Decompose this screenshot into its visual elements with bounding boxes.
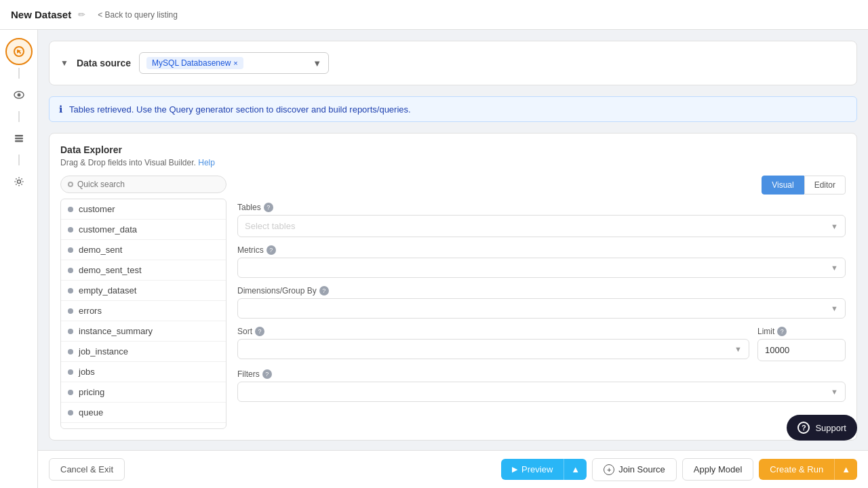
datasource-chevron[interactable]: ▼ [60,58,68,68]
datasource-label: Data source [77,58,131,68]
preview-button[interactable]: ▶ Preview [501,459,564,480]
table-item-dot [68,390,73,395]
sort-field: Sort ? ▼ [237,327,749,361]
metrics-label: Metrics ? [237,245,846,255]
svg-point-6 [17,180,20,184]
query-builder-panel: Visual Editor Tables ? Select tab [237,176,846,429]
search-box[interactable] [60,176,226,193]
filters-help-icon[interactable]: ? [262,369,272,379]
view-toggle: Visual Editor [237,176,846,195]
sidebar-eye-icon[interactable] [5,81,33,108]
dimensions-label: Dimensions/Group By ? [237,286,846,296]
svg-point-2 [17,94,20,97]
filters-field-row: Filters ? ▼ [237,369,846,402]
sort-help-icon[interactable]: ? [255,327,264,336]
table-item-dot [68,410,73,415]
support-icon: ? [797,422,810,434]
limit-field: Limit ? [757,327,846,361]
dimensions-select[interactable]: ▼ [237,298,846,319]
metrics-field-row: Metrics ? ▼ [237,245,846,278]
table-list-item[interactable]: job_instance [61,342,226,362]
sidebar-layers-icon[interactable] [5,125,33,152]
table-list-item[interactable]: supply_chain [61,423,226,429]
search-input[interactable] [77,180,219,189]
sort-select-arrow-icon: ▼ [734,345,742,353]
filters-select[interactable]: ▼ [237,382,846,402]
sidebar-connector-3 [18,155,20,165]
search-dot-icon [68,182,73,187]
help-link[interactable]: Help [198,158,215,167]
table-list-item[interactable]: instance_summary [61,321,226,342]
datasource-card: ▼ Data source MySQL Databasenew × ▼ [49,41,857,85]
create-run-btn-group: Create & Run ▲ [759,459,857,480]
back-link[interactable]: < Back to query listing [98,10,178,20]
filters-label: Filters ? [237,369,846,379]
info-banner: ℹ Tables retrieved. Use the Query genera… [49,96,857,122]
svg-rect-3 [15,135,23,137]
table-item-dot [68,369,73,375]
tables-select[interactable]: Select tables ▼ [237,215,846,237]
explorer-title: Data Explorer [60,144,846,155]
svg-rect-4 [15,138,23,140]
create-run-toggle-button[interactable]: ▲ [834,459,857,480]
sort-select[interactable]: ▼ [237,339,749,359]
svg-rect-5 [15,140,23,142]
table-item-dot [68,207,73,212]
table-list-item[interactable]: pricing [61,382,226,403]
dataset-title: New Dataset [11,9,71,20]
create-run-button[interactable]: Create & Run [759,459,834,480]
explorer-section: Data Explorer Drag & Drop fields into Vi… [49,133,857,441]
edit-icon[interactable]: ✏ [78,9,85,20]
sidebar-connector-2 [18,111,20,122]
dimensions-help-icon[interactable]: ? [319,286,329,296]
preview-btn-group: ▶ Preview ▲ [501,459,587,480]
sidebar-gear-icon[interactable] [5,168,33,195]
tables-field-row: Tables ? Select tables ▼ [237,203,846,237]
limit-input[interactable] [757,339,846,361]
filters-select-arrow-icon: ▼ [831,388,838,396]
icon-sidebar [0,30,38,488]
dimensions-field-row: Dimensions/Group By ? ▼ [237,286,846,319]
limit-help-icon[interactable]: ? [777,327,787,336]
sort-label: Sort ? [237,327,749,336]
tables-help-icon[interactable]: ? [264,203,273,212]
preview-toggle-button[interactable]: ▲ [564,459,587,480]
datasource-arrow-icon: ▼ [313,58,321,68]
view-visual-btn[interactable]: Visual [762,176,804,195]
table-list-item[interactable]: jobs [61,362,226,382]
table-list-item[interactable]: demo_sent_test [61,260,226,281]
datasource-tag-remove[interactable]: × [233,59,237,67]
support-button[interactable]: ? Support [787,415,857,441]
datasource-tag: MySQL Databasenew × [146,57,243,69]
info-icon: ℹ [59,104,62,115]
table-list-item[interactable]: errors [61,301,226,321]
table-list-item[interactable]: customer_data [61,220,226,240]
table-item-dot [68,227,73,232]
limit-label: Limit ? [757,327,846,336]
apply-model-button[interactable]: Apply Model [682,458,754,481]
explorer-subtitle: Drag & Drop fields into Visual Builder. … [60,158,846,167]
tables-select-arrow-icon: ▼ [831,222,838,230]
table-item-dot [68,288,73,293]
join-source-button[interactable]: + Join Source [592,458,677,481]
table-item-dot [68,349,73,354]
table-list-item[interactable]: demo_sent [61,240,226,260]
table-list-item[interactable]: empty_dataset [61,281,226,301]
table-item-dot [68,247,73,253]
table-list: customercustomer_datademo_sentdemo_sent_… [60,199,226,429]
table-item-dot [68,308,73,314]
cancel-exit-button[interactable]: Cancel & Exit [49,458,125,481]
sort-limit-row: Sort ? ▼ [237,327,846,361]
table-list-item[interactable]: queue [61,403,226,423]
datasource-select[interactable]: MySQL Databasenew × ▼ [139,52,329,74]
metrics-help-icon[interactable]: ? [267,245,276,255]
join-source-plus-icon: + [604,464,614,475]
table-list-item[interactable]: customer [61,199,226,220]
sidebar-pointer-icon[interactable] [5,38,33,65]
sidebar-connector-1 [18,68,20,79]
metrics-select[interactable]: ▼ [237,258,846,278]
preview-play-icon: ▶ [512,465,517,474]
table-list-panel: customercustomer_datademo_sentdemo_sent_… [60,176,226,429]
view-editor-btn[interactable]: Editor [804,176,846,195]
dimensions-select-arrow-icon: ▼ [831,304,838,312]
